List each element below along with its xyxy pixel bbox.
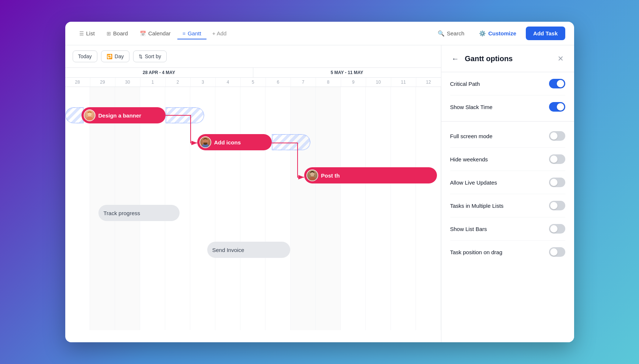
slack-bar-design-banner: [166, 107, 204, 123]
allow-live-updates-label: Allow Live Updates: [450, 179, 497, 186]
add-task-button[interactable]: Add Task: [526, 27, 565, 40]
hide-weekends-label: Hide weekends: [450, 156, 488, 162]
tab-calendar[interactable]: 📅 Calendar: [135, 27, 176, 39]
option-row-show-list-bars: Show List Bars: [450, 217, 565, 241]
task-bar-post-th[interactable]: Post th: [304, 167, 437, 183]
day-28: 28: [65, 78, 90, 87]
day-30: 30: [115, 78, 140, 87]
slack-bar-add-icons: [272, 134, 310, 150]
gantt-toolbar: Today 🔁 Day ⇅ Sort by: [65, 45, 441, 68]
close-panel-button[interactable]: ✕: [556, 53, 565, 64]
today-button[interactable]: Today: [73, 50, 97, 62]
option-row-critical-path: Critical Path: [450, 72, 565, 95]
col-7: [291, 87, 316, 330]
search-button[interactable]: 🔍 Search: [433, 27, 470, 40]
col-28: [65, 87, 90, 330]
day-6: 6: [266, 78, 291, 87]
task-bar-send-invoice[interactable]: Send Invoice: [207, 242, 290, 258]
search-icon: 🔍: [438, 30, 445, 37]
hide-weekends-toggle[interactable]: [549, 154, 565, 164]
sort-button[interactable]: ⇅ Sort by: [133, 50, 167, 62]
col-10: [366, 87, 391, 330]
task-bar-add-icons[interactable]: Add icons: [197, 134, 272, 150]
tasks-multiple-lists-label: Tasks in Multiple Lists: [450, 203, 504, 209]
back-arrow-icon: ←: [452, 55, 459, 63]
day-11: 11: [391, 78, 416, 87]
tab-gantt[interactable]: ≡ Gantt: [177, 27, 206, 39]
options-header: ← Gantt options ✕: [441, 45, 574, 72]
day-7: 7: [291, 78, 316, 87]
sort-icon: ⇅: [139, 54, 143, 59]
critical-path-label: Critical Path: [450, 81, 480, 87]
svg-point-1: [86, 117, 93, 121]
day-9: 9: [341, 78, 366, 87]
task-bar-design-banner[interactable]: Design a banner: [81, 107, 166, 123]
option-row-task-position-drag: Task position on drag: [450, 241, 565, 263]
critical-path-toggle[interactable]: [549, 79, 565, 88]
col-5: [240, 87, 265, 330]
days-row: 28 29 30 1 2 3 4 5 6 7 8 9 10 11: [65, 78, 441, 87]
day-4: 4: [216, 78, 241, 87]
day-icon: 🔁: [107, 54, 112, 59]
list-icon: ☰: [79, 31, 84, 36]
options-bottom-section: Full screen mode Hide weekends Allow Liv…: [441, 125, 574, 263]
board-icon: ⊞: [107, 31, 111, 36]
show-list-bars-toggle[interactable]: [549, 224, 565, 234]
back-button[interactable]: ←: [450, 53, 461, 64]
tasks-multiple-lists-toggle[interactable]: [549, 201, 565, 210]
task-label-add-icons: Add icons: [214, 139, 241, 146]
col-3: [190, 87, 215, 330]
gear-icon: ⚙️: [479, 30, 486, 37]
svg-point-9: [310, 172, 314, 176]
options-section-divider: [441, 121, 574, 122]
tab-list[interactable]: ☰ List: [74, 27, 100, 39]
option-row-hide-weekends: Hide weekends: [450, 148, 565, 171]
col-12: [416, 87, 441, 330]
add-view-button[interactable]: + Add: [208, 27, 231, 39]
task-label-post-th: Post th: [321, 172, 340, 179]
option-row-allow-live-updates: Allow Live Updates: [450, 171, 565, 194]
show-list-bars-label: Show List Bars: [450, 226, 487, 232]
nav-right: 🔍 Search ⚙️ Customize Add Task: [433, 27, 565, 40]
options-panel: ← Gantt options ✕ Critical Path Show Sla…: [441, 45, 574, 342]
week-row: 28 APR - 4 MAY 5 MAY - 11 MAY: [65, 68, 441, 78]
day-button[interactable]: 🔁 Day: [101, 50, 129, 62]
day-8: 8: [316, 78, 341, 87]
options-top-section: Critical Path Show Slack Time: [441, 72, 574, 118]
col-9: [341, 87, 366, 330]
task-label-track-progress: Track progress: [101, 210, 140, 216]
task-position-drag-label: Task position on drag: [450, 249, 503, 255]
day-5: 5: [241, 78, 266, 87]
svg-point-8: [309, 177, 316, 181]
tab-board[interactable]: ⊞ Board: [101, 27, 133, 39]
day-1: 1: [140, 78, 166, 87]
avatar-post-th: [306, 169, 318, 181]
options-panel-title: Gantt options: [465, 55, 552, 63]
week-1-label: 28 APR - 4 MAY: [65, 68, 253, 77]
show-slack-time-toggle[interactable]: [549, 102, 565, 112]
col-11: [391, 87, 416, 330]
left-slack-bar-1: [65, 107, 84, 123]
task-bar-track-progress[interactable]: Track progress: [98, 205, 180, 221]
gantt-header: 28 APR - 4 MAY 5 MAY - 11 MAY 28 29 30 1…: [65, 68, 441, 87]
col-8: [316, 87, 341, 330]
task-label-send-invoice: Send Invoice: [209, 247, 244, 253]
option-row-full-screen: Full screen mode: [450, 125, 565, 148]
col-4: [215, 87, 240, 330]
allow-live-updates-toggle[interactable]: [549, 178, 565, 187]
content-area: Today 🔁 Day ⇅ Sort by 28 APR - 4 MAY 5: [65, 45, 574, 342]
gantt-icon: ≡: [183, 31, 185, 36]
calendar-icon: 📅: [140, 31, 146, 36]
task-position-drag-toggle[interactable]: [549, 247, 565, 257]
day-10: 10: [366, 78, 391, 87]
option-row-tasks-multiple-lists: Tasks in Multiple Lists: [450, 194, 565, 217]
day-12: 12: [416, 78, 441, 87]
gantt-chart: 28 APR - 4 MAY 5 MAY - 11 MAY 28 29 30 1…: [65, 68, 441, 342]
full-screen-label: Full screen mode: [450, 133, 493, 139]
full-screen-toggle[interactable]: [549, 131, 565, 141]
task-label-design-banner: Design a banner: [98, 112, 142, 119]
app-window: ☰ List ⊞ Board 📅 Calendar ≡ Gantt + Add …: [65, 22, 574, 342]
week-2-label: 5 MAY - 11 MAY: [253, 68, 441, 77]
day-2: 2: [166, 78, 191, 87]
customize-button[interactable]: ⚙️ Customize: [474, 27, 521, 40]
